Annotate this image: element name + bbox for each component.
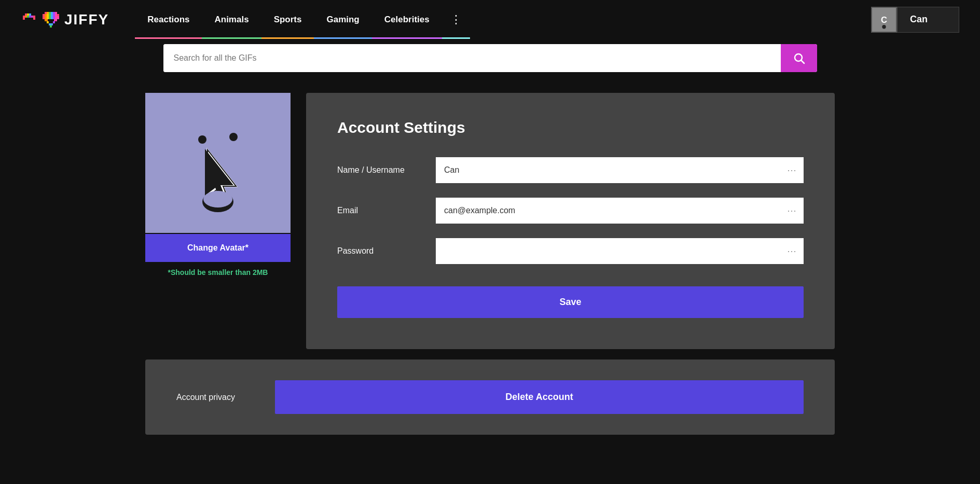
search-bar — [163, 44, 817, 72]
svg-rect-2 — [25, 16, 27, 18]
save-button[interactable]: Save — [337, 286, 804, 318]
logo-icon — [42, 11, 60, 29]
svg-rect-26 — [53, 14, 55, 19]
logo[interactable]: JIFFY — [21, 11, 109, 29]
svg-text:C: C — [881, 15, 887, 25]
username-input-icon: ⋯ — [787, 164, 796, 176]
svg-rect-6 — [29, 16, 31, 18]
svg-rect-17 — [53, 12, 55, 14]
svg-point-36 — [882, 25, 886, 29]
password-label: Password — [337, 246, 420, 256]
svg-rect-4 — [27, 16, 29, 18]
privacy-panel: Account privacy Delete Account — [145, 359, 835, 435]
avatar-image-box — [145, 93, 291, 233]
svg-rect-15 — [49, 12, 51, 14]
email-row: Email ⋯ — [337, 198, 804, 224]
svg-rect-31 — [53, 21, 55, 23]
username-input[interactable] — [436, 157, 804, 183]
svg-rect-13 — [45, 12, 47, 14]
user-name-display[interactable]: Can — [897, 7, 959, 33]
svg-rect-0 — [23, 16, 25, 18]
nav-animals[interactable]: Animals — [202, 0, 261, 39]
search-input[interactable] — [163, 44, 781, 72]
svg-rect-30 — [47, 21, 49, 23]
svg-line-38 — [801, 61, 804, 64]
email-input-icon: ⋯ — [787, 205, 796, 216]
svg-rect-32 — [49, 23, 53, 25]
svg-rect-21 — [57, 16, 59, 19]
user-avatar[interactable]: C — [871, 7, 897, 33]
logo-heart-icon — [21, 11, 37, 28]
svg-rect-14 — [47, 12, 49, 14]
svg-rect-28 — [45, 19, 48, 21]
avatar-note: *Should be smaller than 2MB — [168, 268, 268, 276]
nav-gaming[interactable]: Gaming — [314, 0, 371, 39]
username-row: Name / Username ⋯ — [337, 157, 804, 183]
nav-reactions[interactable]: Reactions — [135, 0, 202, 39]
password-input-icon: ⋯ — [787, 245, 796, 257]
svg-rect-29 — [54, 19, 57, 21]
svg-point-43 — [203, 191, 232, 208]
svg-rect-22 — [45, 14, 47, 19]
svg-rect-20 — [43, 16, 45, 19]
password-input-wrapper: ⋯ — [436, 238, 804, 264]
nav-sports[interactable]: Sports — [261, 0, 314, 39]
avatar-gif — [145, 93, 291, 233]
search-button[interactable] — [781, 44, 817, 72]
svg-rect-23 — [47, 14, 49, 19]
svg-rect-8 — [33, 16, 35, 18]
settings-panel: Account Settings Name / Username ⋯ Email… — [306, 93, 835, 349]
svg-point-41 — [229, 133, 238, 141]
main-content: Change Avatar* *Should be smaller than 2… — [0, 82, 980, 359]
delete-account-button[interactable]: Delete Account — [275, 380, 804, 414]
settings-title: Account Settings — [337, 119, 804, 136]
search-icon — [793, 52, 805, 64]
svg-rect-16 — [51, 12, 53, 14]
username-label: Name / Username — [337, 165, 420, 175]
nav-celebrities[interactable]: Celebrities — [372, 0, 442, 39]
nav-links: Reactions Animals Sports Gaming Celebrit… — [135, 0, 855, 39]
svg-rect-10 — [33, 18, 35, 20]
nav-more[interactable]: ⋮ — [442, 0, 470, 39]
svg-rect-3 — [27, 13, 29, 16]
email-label: Email — [337, 206, 420, 215]
user-area: C Can — [871, 7, 959, 33]
svg-rect-24 — [49, 14, 51, 19]
search-container — [0, 39, 980, 82]
svg-rect-9 — [23, 18, 25, 20]
svg-rect-19 — [57, 14, 59, 16]
username-input-wrapper: ⋯ — [436, 157, 804, 183]
svg-rect-27 — [55, 14, 57, 19]
email-input[interactable] — [436, 198, 804, 224]
change-avatar-button[interactable]: Change Avatar* — [145, 234, 291, 262]
avatar-image: C — [872, 7, 896, 33]
svg-rect-1 — [25, 13, 27, 16]
svg-rect-7 — [31, 16, 33, 18]
avatar-section: Change Avatar* *Should be smaller than 2… — [145, 93, 291, 276]
email-input-wrapper: ⋯ — [436, 198, 804, 224]
svg-point-40 — [198, 135, 206, 144]
svg-rect-33 — [50, 25, 52, 27]
privacy-label: Account privacy — [176, 393, 259, 402]
svg-rect-18 — [55, 12, 57, 14]
password-row: Password ⋯ — [337, 238, 804, 264]
svg-rect-25 — [51, 14, 53, 19]
svg-rect-12 — [43, 14, 45, 16]
password-input[interactable] — [436, 238, 804, 264]
logo-text: JIFFY — [64, 11, 109, 28]
header: JIFFY Reactions Animals Sports Gaming Ce… — [0, 0, 980, 39]
svg-rect-5 — [29, 13, 31, 16]
